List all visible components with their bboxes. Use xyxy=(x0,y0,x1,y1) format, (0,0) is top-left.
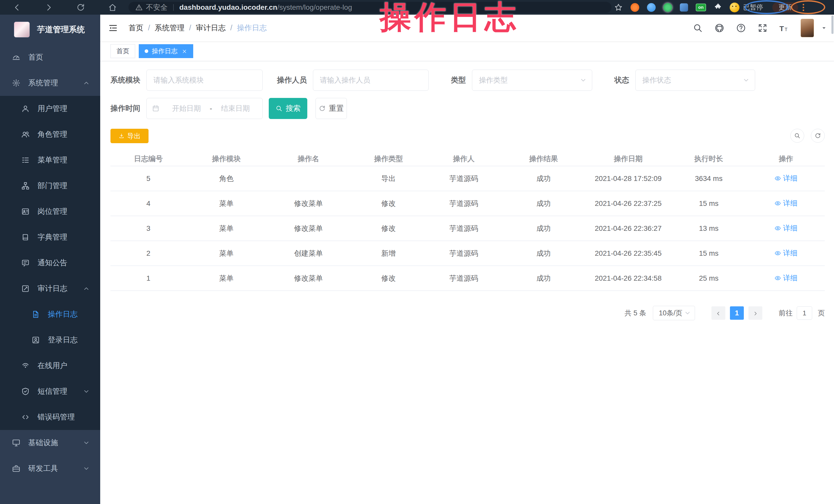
sidebar-item-label: 短信管理 xyxy=(38,386,67,397)
pagination: 共 5 条 10条/页 1 前往 页 xyxy=(110,306,825,320)
reset-button[interactable]: 重置 xyxy=(315,98,347,119)
security-label[interactable]: 不安全 xyxy=(146,3,168,12)
sidebar-item-system[interactable]: 系统管理 xyxy=(0,70,100,96)
extension-icon[interactable] xyxy=(647,3,656,12)
detail-link[interactable]: 详细 xyxy=(774,273,797,283)
page-size-select[interactable]: 10条/页 xyxy=(653,306,695,320)
sidebar-item-roles[interactable]: 角色管理 xyxy=(0,122,100,147)
caret-down-icon[interactable] xyxy=(821,25,827,31)
chevron-up-icon xyxy=(83,285,90,292)
next-page-button[interactable] xyxy=(748,306,762,320)
table-row[interactable]: 3 菜单 修改菜单 修改 芋道源码 成功 2021-04-26 22:36:27… xyxy=(110,216,825,241)
sidebar-logo-row[interactable]: 芋道管理系统 xyxy=(0,15,100,44)
extension-on-badge[interactable]: on xyxy=(696,4,706,11)
detail-link[interactable]: 详细 xyxy=(774,174,797,183)
detail-link[interactable]: 详细 xyxy=(774,198,797,208)
extension-icon[interactable] xyxy=(663,3,672,12)
sidebar-item-users[interactable]: 用户管理 xyxy=(0,96,100,122)
app-navbar: 首页 / 系统管理 / 审计日志 / 操作日志 TT xyxy=(100,15,834,41)
close-icon[interactable] xyxy=(182,48,187,54)
prev-page-button[interactable] xyxy=(711,306,725,320)
goto-page-input[interactable] xyxy=(797,306,812,320)
cell-name: 创建菜单 xyxy=(266,248,350,258)
sidebar-item-label: 通知公告 xyxy=(38,258,67,268)
sidebar-item-sms[interactable]: 短信管理 xyxy=(0,378,100,404)
browser-forward-icon[interactable] xyxy=(44,3,53,12)
browser-home-icon[interactable] xyxy=(108,3,117,12)
status-select[interactable]: 操作状态 xyxy=(635,70,755,91)
module-input[interactable] xyxy=(153,76,256,84)
user-icon xyxy=(21,104,30,113)
tag-home[interactable]: 首页 xyxy=(110,44,135,58)
sidebar-item-home[interactable]: 首页 xyxy=(0,44,100,70)
refresh-icon xyxy=(319,105,326,112)
current-page-button[interactable]: 1 xyxy=(730,306,744,320)
user-avatar[interactable] xyxy=(800,19,814,37)
date-range-picker[interactable]: 开始日期 - 结束日期 xyxy=(147,98,263,119)
help-icon[interactable] xyxy=(736,23,746,33)
extension-icon[interactable] xyxy=(680,3,688,12)
doc-log-icon xyxy=(31,310,40,319)
sidebar-item-audit-log[interactable]: 审计日志 xyxy=(0,276,100,302)
cell-id: 2 xyxy=(110,249,186,258)
search-button[interactable]: 搜索 xyxy=(269,98,307,119)
sidebar-item-dev-tools[interactable]: 研发工具 xyxy=(0,456,100,481)
search-icon[interactable] xyxy=(693,23,703,33)
active-dot-icon xyxy=(145,49,148,53)
detail-link[interactable]: 详细 xyxy=(774,223,797,233)
sidebar-fold-icon[interactable] xyxy=(108,23,118,33)
browser-profile-avatar[interactable] xyxy=(730,3,740,12)
browser-reload-icon[interactable] xyxy=(76,3,85,12)
dev-tools-icon xyxy=(12,464,21,473)
scrollbar-thumb[interactable] xyxy=(831,16,833,34)
font-size-icon[interactable]: TT xyxy=(779,23,789,33)
type-select[interactable]: 操作类型 xyxy=(472,70,592,91)
breadcrumb-item[interactable]: 首页 xyxy=(129,23,144,33)
breadcrumb-item[interactable]: 审计日志 xyxy=(196,23,225,33)
table-row[interactable]: 1 菜单 修改菜单 修改 芋道源码 成功 2021-04-26 22:34:58… xyxy=(110,266,825,291)
sidebar-item-error-codes[interactable]: 错误码管理 xyxy=(0,404,100,430)
cell-operator: 芋道源码 xyxy=(426,248,501,258)
start-date-placeholder[interactable]: 开始日期 xyxy=(165,104,208,113)
cell-date: 2021-04-28 17:52:09 xyxy=(586,175,670,183)
fullscreen-icon[interactable] xyxy=(758,23,768,33)
github-icon[interactable] xyxy=(714,23,725,33)
update-button[interactable]: 更新 xyxy=(772,2,798,13)
refresh-table-button[interactable] xyxy=(811,129,825,143)
sidebar-item-dictionary[interactable]: 字典管理 xyxy=(0,224,100,250)
sidebar-item-announcements[interactable]: 通知公告 xyxy=(0,250,100,276)
tag-label: 首页 xyxy=(116,47,129,55)
sidebar-item-login-log[interactable]: 登录日志 xyxy=(0,327,100,353)
sidebar-item-posts[interactable]: 岗位管理 xyxy=(0,199,100,224)
browser-back-icon[interactable] xyxy=(12,3,22,12)
end-date-placeholder[interactable]: 结束日期 xyxy=(214,104,257,113)
tag-operate-log[interactable]: 操作日志 xyxy=(139,44,193,58)
sidebar-item-label: 用户管理 xyxy=(38,104,67,114)
export-button[interactable]: 导出 xyxy=(110,129,149,143)
cell-result: 成功 xyxy=(501,224,586,233)
sidebar-item-infrastructure[interactable]: 基础设施 xyxy=(0,430,100,456)
cell-type: 修改 xyxy=(350,199,426,209)
bookmark-star-icon[interactable] xyxy=(614,3,623,12)
detail-link[interactable]: 详细 xyxy=(774,248,797,258)
col-header: 操作结果 xyxy=(501,154,586,164)
show-search-button[interactable] xyxy=(790,129,804,143)
breadcrumb-item[interactable]: 系统管理 xyxy=(155,23,184,33)
address-bar[interactable]: 不安全 dashboard.yudao.iocoder.cn/system/lo… xyxy=(129,2,612,13)
sync-paused-label[interactable]: 已暂停 xyxy=(743,3,763,12)
table-row[interactable]: 4 菜单 修改菜单 修改 芋道源码 成功 2021-04-26 22:37:25… xyxy=(110,191,825,216)
extension-icon[interactable] xyxy=(631,3,639,12)
extensions-puzzle-icon[interactable] xyxy=(713,3,722,12)
sidebar-item-departments[interactable]: 部门管理 xyxy=(0,173,100,199)
col-header: 操作人 xyxy=(426,154,501,164)
sidebar-item-online-users[interactable]: 在线用户 xyxy=(0,353,100,378)
operator-input[interactable] xyxy=(320,76,422,84)
sidebar-item-operate-log[interactable]: 操作日志 xyxy=(0,302,100,327)
browser-menu-kebab-icon[interactable] xyxy=(803,4,804,11)
chevron-down-icon xyxy=(743,76,750,84)
sidebar: 芋道管理系统 首页 系统管理 用户管理 角色管理 菜单管理 xyxy=(0,15,100,504)
sidebar-item-menus[interactable]: 菜单管理 xyxy=(0,147,100,173)
tag-label: 操作日志 xyxy=(152,47,178,55)
table-row[interactable]: 2 菜单 创建菜单 新增 芋道源码 成功 2021-04-26 22:35:45… xyxy=(110,241,825,266)
table-row[interactable]: 5 角色 导出 芋道源码 成功 2021-04-28 17:52:09 3634… xyxy=(110,166,825,191)
